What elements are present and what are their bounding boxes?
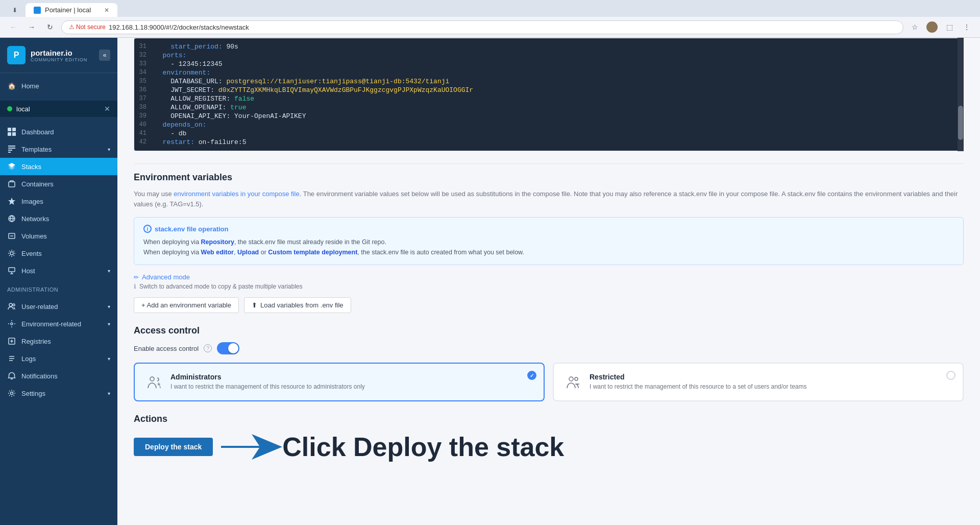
sidebar-item-notifications[interactable]: Notifications bbox=[0, 367, 117, 385]
svg-point-24 bbox=[569, 377, 573, 381]
enable-access-control-row: Enable access control ? bbox=[134, 342, 964, 354]
sidebar-item-host[interactable]: Host ▾ bbox=[0, 262, 117, 279]
svg-rect-5 bbox=[8, 148, 15, 149]
networks-icon bbox=[7, 214, 16, 223]
containers-icon bbox=[7, 179, 16, 188]
sidebar-item-user-related[interactable]: User-related ▾ bbox=[0, 298, 117, 315]
sidebar-item-settings[interactable]: Settings ▾ bbox=[0, 385, 117, 402]
logs-arrow: ▾ bbox=[108, 356, 110, 362]
back-btn[interactable]: ← bbox=[6, 20, 20, 34]
stacks-icon bbox=[7, 162, 16, 171]
code-line-41: 41 - db bbox=[134, 129, 963, 138]
sidebar-item-templates[interactable]: Templates ▾ bbox=[0, 140, 117, 158]
code-line-39: 39 OPENAI_API_KEY: Your-OpenAI-APIKEY bbox=[134, 112, 963, 121]
access-control-toggle[interactable] bbox=[217, 342, 239, 354]
access-card-administrators[interactable]: Administrators I want to restrict the ma… bbox=[134, 363, 545, 401]
code-line-40: 40 depends_on: bbox=[134, 121, 963, 129]
sidebar-logo: P portainer.io COMMUNITY EDITION « bbox=[0, 38, 117, 73]
not-secure-indicator: ⚠ Not secure bbox=[69, 23, 106, 31]
bookmark-btn[interactable]: ☆ bbox=[908, 20, 922, 34]
notifications-icon bbox=[7, 371, 16, 380]
sidebar-collapse-btn[interactable]: « bbox=[99, 50, 110, 61]
sidebar-item-logs[interactable]: Logs ▾ bbox=[0, 350, 117, 367]
address-bar[interactable]: ⚠ Not secure 192.168.1.18:9000/#!/2/dock… bbox=[61, 20, 903, 34]
code-line-35: 35 DATABASE_URL: postgresql://tianjiuser… bbox=[134, 77, 963, 86]
profile-btn[interactable] bbox=[925, 20, 939, 34]
sidebar-item-images[interactable]: Images bbox=[0, 193, 117, 210]
upload-link[interactable]: Upload bbox=[237, 249, 259, 256]
deploy-stack-btn[interactable]: Deploy the stack bbox=[134, 438, 213, 456]
forward-btn[interactable]: → bbox=[24, 20, 39, 34]
restricted-card-desc: I want to restrict the management of thi… bbox=[590, 383, 807, 390]
env-section-title: Environment variables bbox=[134, 172, 964, 183]
load-env-btn[interactable]: ⬆ Load variables from .env file bbox=[244, 297, 351, 313]
restricted-card-body: Restricted I want to restrict the manage… bbox=[590, 373, 807, 390]
code-line-32: 32 ports: bbox=[134, 51, 963, 60]
host-icon bbox=[7, 266, 16, 275]
enable-ac-help-icon[interactable]: ? bbox=[204, 344, 212, 352]
svg-rect-11 bbox=[9, 182, 15, 187]
environment-related-icon bbox=[7, 319, 16, 328]
volumes-icon bbox=[7, 231, 16, 241]
logo-icon: P bbox=[7, 46, 26, 64]
user-related-icon bbox=[7, 302, 16, 311]
restricted-card-icon bbox=[564, 373, 582, 391]
code-editor[interactable]: 31 start_period: 90s 32 ports: 33 - 1234… bbox=[134, 38, 964, 151]
info-circle-icon: i bbox=[143, 225, 152, 233]
advanced-mode-hint: ℹ Switch to advanced mode to copy & past… bbox=[134, 283, 964, 290]
access-cards-grid: Administrators I want to restrict the ma… bbox=[134, 363, 964, 401]
templates-arrow: ▾ bbox=[108, 147, 110, 152]
env-link[interactable]: environment variables in your compose fi… bbox=[174, 190, 299, 198]
svg-point-21 bbox=[150, 377, 154, 381]
code-line-38: 38 ALLOW_OPENAPI: true bbox=[134, 103, 963, 112]
access-card-restricted[interactable]: Restricted I want to restrict the manage… bbox=[553, 363, 964, 401]
sidebar-item-containers[interactable]: Containers bbox=[0, 175, 117, 193]
stackenv-info-box: i stack.env file operation When deployin… bbox=[134, 217, 964, 265]
add-env-var-btn[interactable]: + Add an environment variable bbox=[134, 297, 239, 313]
tab-close-btn[interactable]: ✕ bbox=[104, 7, 109, 14]
actions-section: Actions Deploy the stack Click Deploy th… bbox=[134, 414, 964, 462]
sidebar-item-environment-related[interactable]: Environment-related ▾ bbox=[0, 315, 117, 332]
sidebar-item-volumes[interactable]: Volumes bbox=[0, 227, 117, 245]
custom-template-link[interactable]: Custom template deployment bbox=[268, 249, 357, 256]
browser-actions: ☆ ⬚ ⋮ bbox=[908, 20, 974, 34]
browser-tab-active[interactable]: Portainer | local ✕ bbox=[26, 3, 117, 17]
sidebar-item-dashboard[interactable]: Dashboard bbox=[0, 123, 117, 140]
access-control-section: Access control Enable access control ? bbox=[134, 325, 964, 401]
home-icon: 🏠 bbox=[7, 81, 16, 90]
svg-rect-15 bbox=[9, 268, 15, 272]
code-scrollbar-thumb[interactable] bbox=[958, 106, 963, 140]
code-scrollbar-track[interactable] bbox=[958, 38, 964, 151]
menu-btn[interactable]: ⋮ bbox=[960, 20, 974, 34]
env-buttons-row: + Add an environment variable ⬆ Load var… bbox=[134, 297, 964, 313]
admin-card-icon bbox=[145, 373, 163, 391]
svg-rect-3 bbox=[12, 132, 16, 136]
restricted-card-radio bbox=[946, 371, 955, 380]
repository-link[interactable]: Repository bbox=[201, 238, 234, 246]
web-editor-link[interactable]: Web editor bbox=[201, 249, 234, 256]
sidebar-item-registries[interactable]: Registries bbox=[0, 332, 117, 350]
advanced-mode-label: Advanced mode bbox=[142, 273, 190, 281]
code-line-31: 31 start_period: 90s bbox=[134, 42, 963, 51]
restricted-card-title: Restricted bbox=[590, 373, 807, 381]
sidebar-item-home[interactable]: 🏠 Home bbox=[0, 77, 117, 94]
svg-point-14 bbox=[10, 252, 13, 255]
sidebar-env-header: local ✕ bbox=[0, 101, 117, 117]
host-arrow: ▾ bbox=[108, 268, 110, 274]
code-line-36: 36 JWT_SECRET: d0xZYTTZgXKMHkqLBIQVImayQ… bbox=[134, 86, 963, 94]
browser-tabs: ⬇ Portainer | local ✕ bbox=[0, 0, 980, 17]
app-layout: P portainer.io COMMUNITY EDITION « 🏠 Hom… bbox=[0, 38, 980, 525]
sidebar-item-stacks[interactable]: Stacks bbox=[0, 158, 117, 175]
admin-section-label: Administration bbox=[0, 283, 117, 294]
sidebar-item-events[interactable]: Events bbox=[0, 245, 117, 262]
env-close-btn[interactable]: ✕ bbox=[104, 105, 110, 113]
sidebar-item-networks[interactable]: Networks bbox=[0, 210, 117, 227]
advanced-mode-toggle[interactable]: ✏ Advanced mode bbox=[134, 273, 964, 281]
extensions-btn[interactable]: ⬚ bbox=[942, 20, 957, 34]
reload-btn[interactable]: ↻ bbox=[43, 20, 57, 34]
info-hint-icon: ℹ bbox=[134, 283, 136, 290]
sidebar-env-items: Dashboard Templates ▾ Stacks Containers bbox=[0, 119, 117, 283]
svg-point-18 bbox=[11, 323, 13, 325]
browser-tab-inactive[interactable]: ⬇ bbox=[4, 4, 26, 17]
svg-rect-0 bbox=[8, 128, 11, 131]
